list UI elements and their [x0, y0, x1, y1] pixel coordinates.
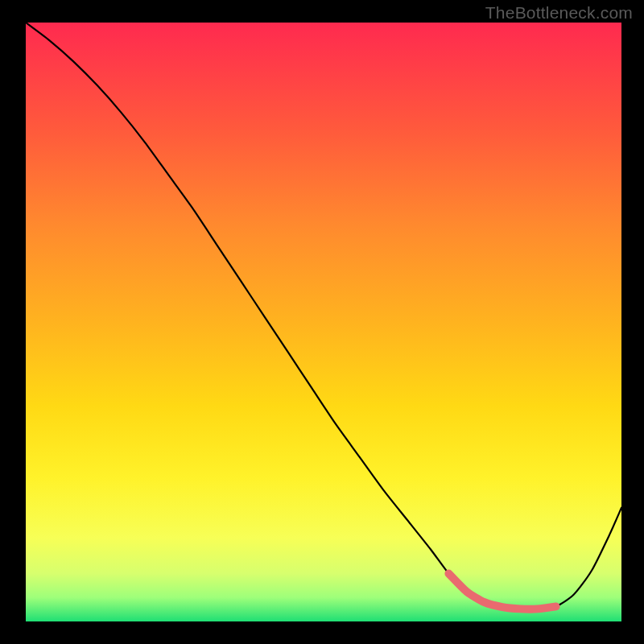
chart-container: TheBottleneck.com — [0, 0, 644, 644]
watermark-text: TheBottleneck.com — [485, 3, 633, 23]
plot-area — [26, 23, 621, 621]
curve-layer — [26, 23, 621, 621]
optimal-zone-highlight — [448, 573, 555, 609]
bottleneck-curve — [26, 23, 621, 609]
